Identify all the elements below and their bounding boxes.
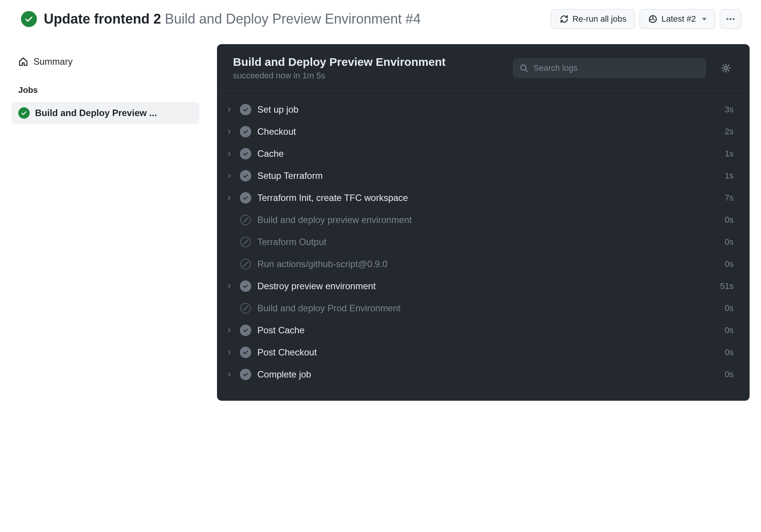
sidebar-summary-label: Summary	[34, 56, 73, 67]
step-label: Build and deploy Prod Environment	[257, 303, 719, 314]
chevron-right-icon	[225, 173, 234, 178]
step-row: Run actions/github-script@0.9.00s	[225, 253, 734, 275]
page-title-bold: Update frontend 2	[44, 11, 161, 27]
step-status-success-icon	[240, 126, 251, 137]
kebab-horizontal-icon	[726, 14, 735, 24]
step-label: Destroy preview environment	[257, 281, 714, 291]
step-status-success-icon	[240, 170, 251, 182]
gear-icon	[721, 63, 731, 73]
search-icon	[520, 64, 528, 72]
log-header: Build and Deploy Preview Environment suc…	[217, 44, 750, 91]
home-icon	[18, 57, 28, 67]
step-duration: 7s	[725, 193, 734, 203]
log-subtitle: succeeded now in 1m 5s	[233, 71, 504, 81]
step-duration: 0s	[725, 259, 734, 269]
svg-point-4	[724, 67, 727, 69]
log-title: Build and Deploy Preview Environment	[233, 56, 504, 68]
step-label: Checkout	[257, 126, 719, 137]
steps-list: Set up job3sCheckout2sCache1sSetup Terra…	[217, 91, 750, 401]
step-status-success-icon	[240, 280, 251, 292]
step-label: Terraform Output	[257, 237, 719, 247]
chevron-right-icon	[225, 284, 234, 289]
chevron-right-icon	[225, 151, 234, 156]
step-row[interactable]: Cache1s	[225, 143, 734, 165]
sync-icon	[560, 14, 569, 24]
step-status-success-icon	[240, 148, 251, 159]
job-status-success-icon	[18, 107, 30, 119]
rerun-all-jobs-button[interactable]: Re-run all jobs	[551, 9, 635, 29]
step-status-success-icon	[240, 369, 251, 380]
svg-point-0	[726, 18, 728, 20]
step-status-skipped-icon	[240, 303, 251, 314]
sidebar-summary-link[interactable]: Summary	[11, 51, 199, 72]
step-duration: 0s	[725, 237, 734, 247]
step-label: Setup Terraform	[257, 170, 719, 181]
history-icon	[648, 14, 657, 24]
latest-attempt-dropdown[interactable]: Latest #2	[640, 9, 715, 29]
step-row[interactable]: Set up job3s	[225, 99, 734, 121]
step-status-skipped-icon	[240, 214, 251, 226]
step-row: Terraform Output0s	[225, 231, 734, 253]
chevron-down-icon	[702, 18, 707, 21]
page-header: Update frontend 2 Build and Deploy Previ…	[0, 0, 761, 44]
step-status-skipped-icon	[240, 258, 251, 270]
step-row[interactable]: Complete job0s	[225, 363, 734, 385]
step-duration: 0s	[725, 347, 734, 357]
step-row: Build and deploy preview environment0s	[225, 209, 734, 231]
step-label: Run actions/github-script@0.9.0	[257, 259, 719, 269]
page-title-rest: Build and Deploy Preview Environment #4	[165, 11, 421, 27]
sidebar: Summary Jobs Build and Deploy Preview ..…	[11, 44, 199, 401]
latest-label: Latest #2	[661, 14, 696, 24]
step-label: Post Cache	[257, 325, 719, 336]
step-row[interactable]: Checkout2s	[225, 121, 734, 143]
sidebar-job-label: Build and Deploy Preview ...	[35, 108, 157, 118]
step-label: Set up job	[257, 104, 719, 115]
chevron-right-icon	[225, 195, 234, 201]
step-duration: 0s	[725, 303, 734, 313]
step-status-success-icon	[240, 104, 251, 115]
chevron-right-icon	[225, 107, 234, 112]
chevron-right-icon	[225, 372, 234, 377]
step-duration: 2s	[725, 127, 734, 137]
step-status-success-icon	[240, 347, 251, 358]
step-status-success-icon	[240, 325, 251, 336]
step-duration: 1s	[725, 171, 734, 181]
header-title-wrap: Update frontend 2 Build and Deploy Previ…	[21, 11, 545, 27]
step-duration: 0s	[725, 215, 734, 225]
chevron-right-icon	[225, 328, 234, 333]
page-title: Update frontend 2 Build and Deploy Previ…	[44, 11, 421, 27]
body: Summary Jobs Build and Deploy Preview ..…	[0, 44, 761, 412]
step-row[interactable]: Post Checkout0s	[225, 341, 734, 363]
step-label: Terraform Init, create TFC workspace	[257, 193, 719, 203]
step-row[interactable]: Terraform Init, create TFC workspace7s	[225, 187, 734, 209]
step-status-skipped-icon	[240, 236, 251, 248]
step-row[interactable]: Setup Terraform1s	[225, 165, 734, 187]
step-duration: 0s	[725, 325, 734, 335]
step-label: Complete job	[257, 369, 719, 380]
search-logs-wrap[interactable]	[513, 58, 706, 78]
search-logs-input[interactable]	[533, 63, 699, 73]
chevron-right-icon	[225, 129, 234, 134]
step-label: Build and deploy preview environment	[257, 215, 719, 225]
step-status-success-icon	[240, 192, 251, 204]
kebab-menu-button[interactable]	[720, 9, 741, 29]
svg-point-2	[733, 18, 735, 20]
step-row[interactable]: Post Cache0s	[225, 319, 734, 341]
chevron-right-icon	[225, 350, 234, 355]
log-panel: Build and Deploy Preview Environment suc…	[217, 44, 750, 401]
workflow-status-success-icon	[21, 11, 37, 27]
log-settings-button[interactable]	[718, 61, 734, 76]
sidebar-jobs-heading: Jobs	[11, 72, 199, 102]
header-actions: Re-run all jobs Latest #2	[551, 9, 741, 29]
rerun-label: Re-run all jobs	[573, 14, 627, 24]
log-header-text: Build and Deploy Preview Environment suc…	[233, 56, 504, 81]
step-duration: 3s	[725, 105, 734, 115]
svg-point-1	[729, 18, 731, 20]
step-row: Build and deploy Prod Environment0s	[225, 297, 734, 319]
step-label: Post Checkout	[257, 347, 719, 358]
step-duration: 51s	[720, 281, 734, 291]
step-row[interactable]: Destroy preview environment51s	[225, 275, 734, 297]
step-duration: 1s	[725, 149, 734, 159]
sidebar-job-item[interactable]: Build and Deploy Preview ...	[11, 102, 199, 124]
step-duration: 0s	[725, 370, 734, 379]
